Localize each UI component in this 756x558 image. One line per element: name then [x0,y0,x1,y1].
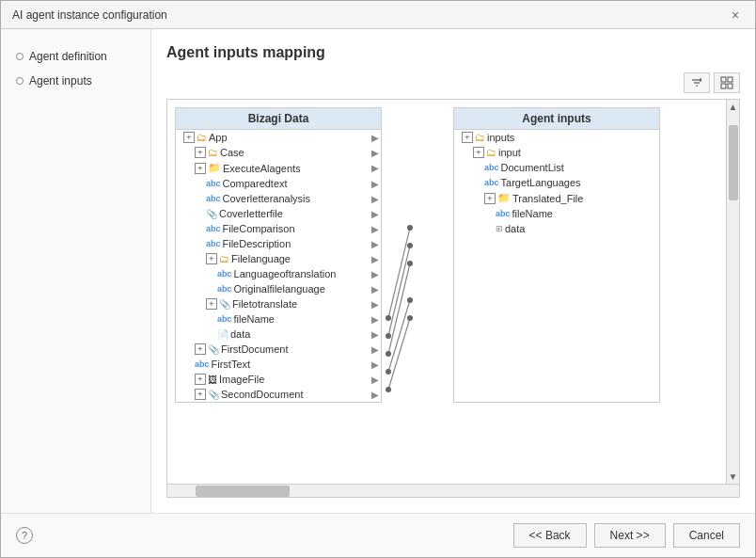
vertical-scrollbar[interactable]: ▲ ▼ [726,100,739,484]
abc-icon: abc [206,239,221,248]
next-button[interactable]: Next >> [594,523,666,548]
arrow-right-icon: ▶ [371,179,379,189]
arrow-right-icon: ▶ [371,299,379,310]
list-item: + 📁 Translated_File [454,190,659,206]
list-item: + 🖼 ImageFile ▶ [176,372,381,387]
scroll-up-arrow[interactable]: ▲ [727,100,739,114]
svg-rect-7 [728,84,732,88]
list-item: + 🗂 App ▶ [176,130,381,145]
close-button[interactable]: × [727,7,744,24]
layout-icon [720,76,733,89]
arrow-right-icon: ▶ [371,390,379,400]
list-item: abc DocumentList [454,160,659,175]
abc-icon: abc [484,178,499,187]
list-item: abc fileName ▶ [176,311,381,327]
expand-icon[interactable]: + [195,374,206,385]
horizontal-scrollbar[interactable] [167,484,739,497]
sidebar-label-agent-definition: Agent definition [29,50,107,63]
sidebar-item-agent-inputs[interactable]: Agent inputs [1,69,150,93]
list-item: + 🗂 Case ▶ [176,145,381,160]
list-item: abc Comparedtext ▶ [176,176,381,191]
bizagi-panel: Bizagi Data + 🗂 App [175,107,382,403]
expand-icon[interactable]: + [484,193,496,204]
folder-icon: 🗂 [197,132,207,143]
footer: ? << Back Next >> Cancel [1,513,755,557]
list-item: abc fileName [454,206,659,221]
bizagi-panel-header: Bizagi Data [176,108,381,130]
agent-panel: Agent inputs + 🗂 inputs [453,107,660,403]
expand-icon[interactable]: + [195,389,206,400]
list-item: abc FirstText ▶ [176,357,381,372]
abc-icon: abc [496,209,511,218]
svg-rect-6 [721,84,726,88]
back-button[interactable]: << Back [513,523,587,548]
folder-icon: 🗂 [475,132,485,143]
main-area: Agent inputs mapping [151,29,755,513]
folder-attach-icon: 📎 [208,344,219,355]
arrow-right-icon: ▶ [371,329,379,340]
arrow-right-icon: ▶ [371,163,379,173]
list-item: abc Originalfilelanguage ▶ [176,281,381,296]
arrow-right-icon: ▶ [371,314,379,325]
bizagi-panel-body: + 🗂 App ▶ + [176,130,381,402]
scroll-thumb[interactable] [729,125,738,200]
page-title: Agent inputs mapping [166,44,740,61]
svg-rect-5 [728,77,732,82]
abc-icon: abc [217,314,232,324]
expand-icon[interactable]: + [195,163,206,174]
arrow-right-icon: ▶ [371,269,379,279]
folder-icon: 🗂 [208,147,218,158]
mapping-scroll[interactable]: Bizagi Data + 🗂 App [167,100,726,484]
hscroll-thumb[interactable] [196,486,290,497]
list-item: abc Languageoftranslation ▶ [176,266,381,281]
agent-panel-body: + 🗂 inputs + [454,130,659,236]
scroll-down-arrow[interactable]: ▼ [727,470,739,484]
expand-icon[interactable]: + [206,253,217,264]
list-item: abc TargetLanguages [454,175,659,190]
sidebar-dot-2 [16,77,24,85]
filter-button[interactable] [684,72,710,93]
sidebar-item-agent-definition[interactable]: Agent definition [1,44,150,69]
list-item: + 📎 Filetotranslate ▶ [176,296,381,311]
folder-edit-icon: 📁 [208,162,221,174]
arrow-right-icon: ▶ [371,344,379,355]
expand-icon[interactable]: + [183,132,195,143]
arrow-right-icon: ▶ [371,284,379,295]
panel-spacer [389,100,446,410]
abc-icon: abc [206,179,221,188]
image-icon: 🖼 [208,375,217,385]
layout-button[interactable] [714,72,740,93]
list-item: + 📁 ExecuteAlagents ▶ [176,160,381,176]
folder-icon: 🗂 [486,147,496,158]
file-icon: 📄 [217,329,228,340]
expand-icon[interactable]: + [462,132,473,143]
expand-icon[interactable]: + [195,147,206,158]
expand-icon[interactable]: + [195,343,206,355]
sidebar-dot [16,53,24,60]
arrow-right-icon: ▶ [371,148,379,158]
sidebar-label-agent-inputs: Agent inputs [29,74,92,88]
abc-icon: abc [217,284,232,294]
scroll-track [729,116,738,468]
list-item: abc FileDescription ▶ [176,236,381,251]
list-item: 📄 data ▶ [176,327,381,342]
cancel-button[interactable]: Cancel [673,523,740,548]
sidebar: Agent definition Agent inputs [1,29,151,513]
toolbar [166,72,740,93]
expand-icon[interactable]: + [473,147,484,158]
dialog: AI agent instance configuration × Agent … [0,0,756,558]
arrow-right-icon: ▶ [371,194,379,204]
svg-rect-4 [721,77,726,82]
list-item: + 🗂 inputs [454,130,659,145]
help-button[interactable]: ? [16,527,33,544]
expand-icon[interactable]: + [206,298,217,310]
list-item: + 🗂 Filelanguage ▶ [176,251,381,266]
abc-icon: abc [206,224,221,233]
abc-icon: abc [195,359,210,369]
arrow-right-icon: ▶ [371,254,379,264]
folder-attach-icon: 📎 [208,390,219,400]
arrow-right-icon: ▶ [371,359,379,370]
list-item: + 📎 SecondDocument ▶ [176,387,381,402]
attach-icon: 📎 [206,209,217,219]
list-item: ⊞ data [454,221,659,236]
